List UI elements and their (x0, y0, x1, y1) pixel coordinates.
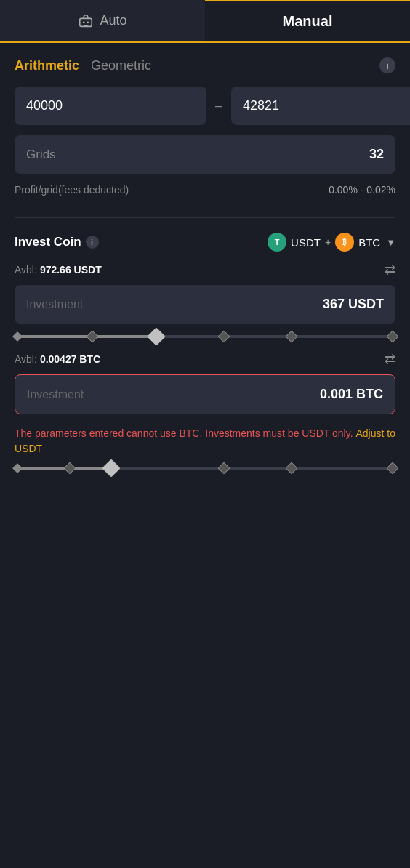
btc-coin-icon: ₿ (335, 233, 354, 252)
mode-geometric[interactable]: Geometric (91, 58, 151, 73)
usdt-coin-icon: T (268, 233, 286, 252)
section-divider (15, 217, 395, 218)
grids-value: 32 (369, 147, 384, 162)
usdt-slider-marker2 (217, 331, 230, 343)
btc-avbl-row: Avbl: 0.00427 BTC ⇄ (15, 351, 395, 367)
tab-auto[interactable]: Auto (0, 0, 205, 41)
usdt-slider-track (17, 335, 393, 338)
usdt-investment-amount: 367 USDT (323, 297, 384, 312)
usdt-avbl-prefix: Avbl: (15, 264, 37, 276)
error-text: The parameters entered cannot use BTC. I… (15, 427, 353, 439)
btc-avbl-value: 0.00427 BTC (40, 353, 100, 365)
svg-point-1 (83, 21, 85, 23)
mode-arithmetic[interactable]: Arithmetic (15, 58, 79, 73)
invest-coin-label: Invest Coin (15, 235, 81, 249)
tab-manual[interactable]: Manual (205, 0, 410, 41)
usdt-slider-marker1 (87, 331, 99, 343)
tab-manual-label: Manual (283, 13, 333, 30)
mode-row: Arithmetic Geometric i (15, 57, 395, 73)
btc-coin-label: BTC (358, 236, 380, 249)
range-row: – (15, 87, 395, 125)
usdt-slider-thumb[interactable] (147, 327, 165, 345)
usdt-investment-box[interactable]: Investment 367 USDT (15, 285, 395, 324)
svg-point-2 (87, 21, 89, 23)
grids-row: Grids 32 (15, 135, 395, 174)
btc-investment-placeholder: Investment (27, 388, 320, 401)
btc-slider-marker4 (387, 462, 399, 475)
coin-dropdown-arrow[interactable]: ▼ (386, 237, 395, 248)
error-message: The parameters entered cannot use BTC. I… (15, 426, 395, 457)
grids-label: Grids (26, 148, 369, 162)
mode-info-icon[interactable]: i (379, 57, 395, 73)
invest-coin-row: Invest Coin i T USDT + ₿ BTC ▼ (15, 233, 395, 252)
btc-investment-box[interactable]: Investment 0.001 BTC (15, 374, 395, 414)
coin-selector[interactable]: T USDT + ₿ BTC ▼ (268, 233, 395, 252)
usdt-avbl-row: Avbl: 972.66 USDT ⇄ (15, 262, 395, 278)
btc-slider-dot-left (12, 463, 23, 473)
btc-avbl-prefix: Avbl: (15, 353, 37, 365)
usdt-swap-icon[interactable]: ⇄ (385, 262, 395, 278)
tab-auto-label: Auto (100, 13, 126, 28)
tab-header: Auto Manual (0, 0, 410, 43)
profit-value: 0.00% - 0.02% (329, 184, 395, 196)
usdt-coin-label: USDT (291, 236, 321, 249)
invest-coin-info-icon[interactable]: i (86, 236, 99, 249)
invest-coin-title: Invest Coin i (15, 235, 99, 249)
main-content: Arithmetic Geometric i – Grids 32 Profit… (0, 43, 410, 497)
usdt-investment-placeholder: Investment (26, 298, 323, 311)
profit-row: Profit/grid(fees deducted) 0.00% - 0.02% (15, 184, 395, 196)
usdt-slider-dot-left (12, 331, 23, 342)
btc-slider-marker1 (64, 462, 76, 475)
btc-swap-icon[interactable]: ⇄ (385, 351, 395, 367)
btc-slider-marker2 (217, 462, 230, 475)
btc-slider-track (17, 467, 393, 470)
range-max-input[interactable] (231, 87, 410, 125)
btc-slider-marker3 (285, 462, 297, 475)
profit-label: Profit/grid(fees deducted) (15, 184, 329, 196)
btc-slider-thumb[interactable] (102, 459, 120, 477)
usdt-avbl-value: 972.66 USDT (40, 264, 102, 276)
robot-icon (78, 13, 94, 29)
range-min-input[interactable] (15, 87, 206, 125)
usdt-slider[interactable] (15, 335, 395, 338)
usdt-slider-marker3 (285, 331, 297, 343)
coin-plus: + (325, 236, 331, 248)
btc-investment-amount: 0.001 BTC (320, 387, 383, 402)
range-dash: – (215, 98, 222, 113)
usdt-slider-marker4 (387, 331, 399, 343)
btc-slider[interactable] (15, 467, 395, 470)
